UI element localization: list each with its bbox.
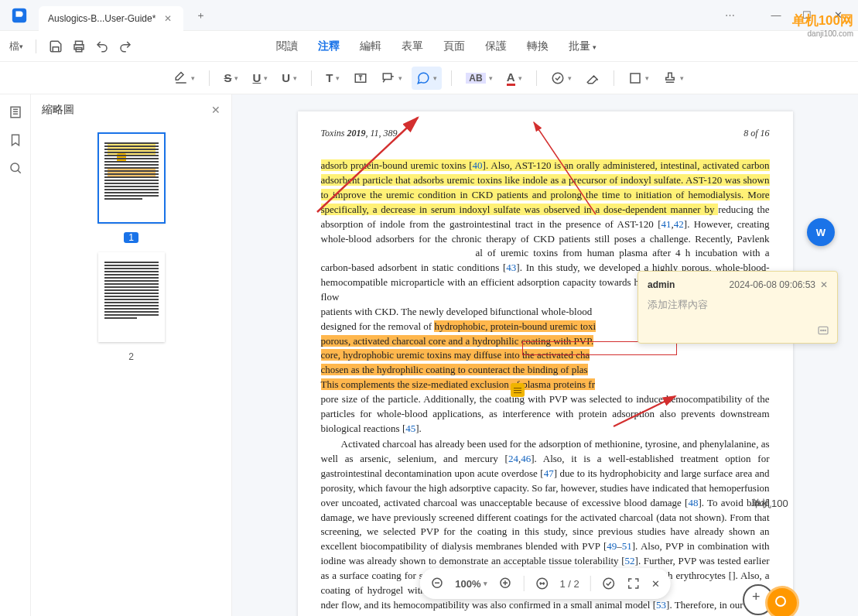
fit-width-icon[interactable] [535,577,549,590]
comment-popup: admin 2024-06-08 09:06:53✕ 添加注釋內容 [638,271,838,344]
thumbnail-close-icon[interactable]: ✕ [211,104,220,116]
search-icon[interactable] [9,161,22,175]
comment-input[interactable]: 添加注釋內容 [638,295,837,343]
zoom-out-icon[interactable] [430,577,444,590]
comment-close-icon[interactable]: ✕ [820,279,828,290]
note-tool[interactable]: ▾ [412,67,442,90]
thumbnail-title: 縮略圖 [42,103,74,117]
comment-options-icon[interactable] [817,324,829,337]
area-highlight-tool[interactable]: AB▾ [461,67,497,90]
comment-timestamp: 2024-06-08 09:06:53 [730,279,815,290]
note-annotation-marker[interactable] [511,383,525,397]
zoom-in-icon[interactable] [498,577,512,590]
tab-form[interactable]: 表單 [402,36,423,56]
new-tab-button[interactable]: ＋ [190,5,211,26]
svg-point-12 [11,163,19,172]
zoom-value[interactable]: 100% ▾ [455,578,487,590]
app-logo [0,7,39,24]
text-tool[interactable]: T▾ [321,67,344,90]
wavy-underline-tool[interactable]: U▾ [277,67,302,90]
thumbnail-num-2: 2 [128,351,134,362]
thumbnail-page-1[interactable] [98,133,165,223]
undo-icon[interactable] [95,39,109,53]
font-color-tool[interactable]: A▾ [502,67,527,90]
textbox-tool[interactable] [349,67,372,90]
highlight-tool[interactable]: ▾ [169,67,200,90]
thumbnail-panel: 縮略圖 ✕ 1 2 [31,94,232,616]
tab-convert[interactable]: 轉換 [527,36,549,56]
read-mode-icon[interactable] [602,577,616,590]
pdf-page: Toxins 2019, 11, 389 8 of 16 adsorb prot… [298,111,793,616]
titlebar: Auslogics-B...User-Guide* ✕ ＋ ⋯ — ☐ ✕ [0,0,858,31]
tab-annotate[interactable]: 注釋 [318,36,340,56]
document-area[interactable]: Toxins 2019, 11, 389 8 of 16 adsorb prot… [232,94,858,616]
print-icon[interactable] [72,39,86,53]
zoombar-close-icon[interactable]: ✕ [651,578,660,590]
document-tab[interactable]: Auslogics-B...User-Guide* ✕ [39,6,183,31]
strikethrough-tool[interactable]: S▾ [219,67,243,90]
eraser-tool[interactable] [581,67,604,90]
comment-author: admin [648,279,675,290]
tab-protect[interactable]: 保護 [485,36,507,56]
save-icon[interactable] [49,39,63,53]
zoom-bar: 100% ▾ 1 / 2 ✕ [419,568,671,599]
underline-tool[interactable]: U▾ [248,67,272,90]
tab-page[interactable]: 頁面 [443,36,465,56]
left-sidebar [0,94,31,616]
more-icon[interactable]: ⋯ [722,8,737,23]
svg-rect-7 [631,74,640,83]
svg-line-13 [18,170,21,173]
pencil-tool[interactable]: ▾ [546,67,576,90]
svg-point-25 [821,330,822,330]
fullscreen-icon[interactable] [627,577,641,590]
file-menu[interactable]: 檔 ▾ [9,39,23,53]
annotation-toolbar: ▾ S▾ U▾ U▾ T▾ ▾ ▾ AB▾ A▾ ▾ ▾ ▾ [0,62,858,94]
svg-point-27 [825,330,826,330]
svg-point-23 [603,578,614,589]
svg-point-6 [552,73,563,84]
redo-icon[interactable] [118,39,132,53]
tab-batch[interactable]: 批量 ▾ [569,36,597,56]
callout-tool[interactable]: ▾ [377,67,407,90]
svg-rect-5 [384,74,392,80]
main-tabs: 閱讀 注釋 編輯 表單 頁面 保護 轉換 批量 ▾ [276,36,597,56]
tab-title: Auslogics-B...User-Guide* [48,13,156,24]
stamp-tool[interactable]: ▾ [658,67,689,90]
document-watermark: 单机100 [751,497,788,511]
thumbnail-page-2[interactable] [98,252,165,342]
tab-read[interactable]: 閱讀 [276,36,298,56]
menubar: 檔 ▾ 閱讀 注釋 編輯 表單 頁面 保護 轉換 批量 ▾ [0,31,858,62]
page-number: 8 of 16 [743,127,769,140]
svg-point-26 [822,330,823,330]
magnifier-orange-icon [767,588,797,616]
tab-edit[interactable]: 編輯 [360,36,381,56]
thumbnails-icon[interactable] [9,105,22,119]
journal-info: Toxins 2019, 11, 389 [321,127,398,140]
shape-tool[interactable]: ▾ [624,67,654,90]
thumbnail-num-1: 1 [124,232,138,243]
page-input[interactable]: 1 / 2 [559,578,579,590]
bookmark-icon[interactable] [9,133,22,147]
tab-close-icon[interactable]: ✕ [162,12,174,25]
